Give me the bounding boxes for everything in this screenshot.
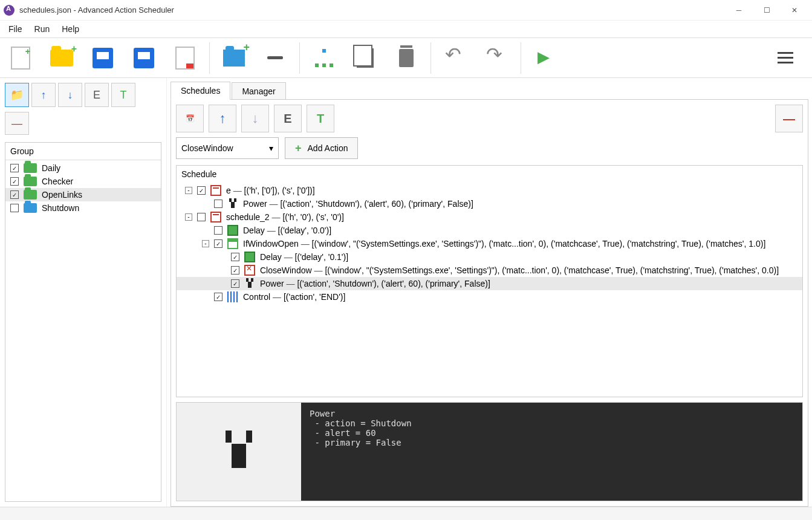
open-button[interactable] [44,43,80,73]
tab-schedules[interactable]: Schedules [171,82,230,100]
menu-run[interactable]: Run [28,22,56,36]
details-text: Power - action = Shutdown - alert = 60 -… [301,403,802,501]
save-button[interactable] [85,43,121,73]
folder-plus-icon: 📁 [10,88,24,102]
tree-spacer [202,227,209,234]
menu-file[interactable]: File [2,22,28,36]
window-controls: ─ ☐ ✕ [725,1,808,19]
play-icon [535,48,556,68]
tree-button[interactable] [306,43,342,73]
sidebar-up-button[interactable]: ↑ [31,83,56,107]
minimize-button[interactable]: ─ [725,1,753,19]
saveas-icon [134,48,154,68]
tree-row-text: schedule_2[('h', '0'), ('s', '0')] [226,212,344,222]
sidebar-down-button[interactable]: ↓ [58,83,82,107]
tree-row[interactable]: -IfWindowOpen[('window', "('SystemSettin… [177,237,802,250]
tree-spacer [202,293,209,301]
calendar-icon [210,212,221,223]
add-schedule-button[interactable] [216,43,252,73]
control-icon [227,291,238,302]
group-item-label: Daily [42,163,60,173]
group-item-label: OpenLinks [42,190,82,200]
checkbox[interactable] [214,293,222,301]
checkbox[interactable] [231,253,239,261]
tree-row[interactable]: Delay[('delay', '0.1')] [177,250,802,264]
checkbox[interactable] [214,239,222,248]
run-button[interactable] [527,43,564,73]
schedule-tree: -e[('h', ['0']), ('s', ['0'])]Power[('ac… [177,183,802,305]
checkbox[interactable] [197,213,206,221]
tree-row-text: Delay[('delay', '0.0')] [243,226,331,235]
tree-row[interactable]: Control[('action', 'END')] [177,290,802,304]
checkbox[interactable] [214,200,222,208]
save-icon [93,48,113,68]
group-item-checker[interactable]: Checker [5,175,161,188]
group-item-openlinks[interactable]: OpenLinks [5,188,161,201]
hamburger-icon [778,52,793,63]
checkbox[interactable] [10,204,19,212]
tree-toggle[interactable]: - [185,213,192,221]
tree-spacer [219,267,226,274]
checkbox[interactable] [197,186,206,195]
tree-row[interactable]: -schedule_2[('h', '0'), ('s', '0')] [177,210,802,224]
tree-icon [315,49,333,67]
tab-manager[interactable]: Manager [232,82,285,100]
tree-row[interactable]: -e[('h', ['0']), ('s', ['0'])] [177,184,802,197]
sch-up-button[interactable] [209,105,236,132]
group-item-daily[interactable]: Daily [5,161,161,175]
close-doc-button[interactable] [167,43,203,73]
tree-row[interactable]: Power[('action', 'Shutdown'), ('alert', … [177,197,802,210]
tree-row[interactable]: CloseWindow[('window', "('SystemSettings… [177,264,802,277]
saveas-button[interactable] [126,43,162,73]
copy-button[interactable] [347,43,383,73]
sidebar-t-button[interactable]: T [111,83,135,107]
action-select[interactable]: CloseWindow ▾ [176,137,279,159]
chevron-down-icon: ▾ [269,143,273,153]
action-select-value: CloseWindow [181,143,233,153]
sch-t-button[interactable]: T [307,105,334,132]
tree-toggle[interactable]: - [185,187,192,194]
sch-e-button[interactable]: E [274,105,302,132]
window-icon [227,238,238,249]
close-button[interactable]: ✕ [781,1,808,19]
checkbox[interactable] [10,177,19,186]
separator [209,42,210,74]
menu-button[interactable] [767,43,804,73]
sidebar: 📁 ↑ ↓ E T — Group DailyCheckerOpenLinksS… [0,78,167,507]
delete-button[interactable] [388,43,424,73]
new-button[interactable] [2,43,39,73]
checkbox[interactable] [10,190,19,199]
tree-row[interactable]: Delay[('delay', '0.0')] [177,224,802,237]
tree-toggle[interactable]: - [202,240,209,247]
tree-row[interactable]: Power[('action', 'Shutdown'), ('alert', … [177,277,802,290]
add-action-button[interactable]: + Add Action [285,137,358,159]
sidebar-e-button[interactable]: E [85,83,109,107]
schedule-toolbar: 📅 E T — [171,100,808,137]
sch-minus-button[interactable]: — [775,105,803,132]
checkbox[interactable] [10,164,19,172]
checkbox[interactable] [231,266,239,275]
sch-down-button[interactable] [241,105,269,132]
plus-icon: + [295,142,302,155]
group-list: DailyCheckerOpenLinksShutdown [5,160,161,216]
redo-icon [486,48,507,68]
remove-schedule-button[interactable] [257,43,293,73]
redo-button[interactable] [478,43,515,73]
sidebar-add-button[interactable]: 📁 [5,83,29,107]
sch-add-button[interactable]: 📅 [176,105,204,132]
e-icon: E [93,89,100,102]
checkbox[interactable] [214,226,222,235]
schedules-panel: 📅 E T — CloseWindow ▾ + Add Action Sched… [171,99,808,507]
new-doc-icon [11,47,30,70]
app-icon [4,5,15,16]
menu-help[interactable]: Help [56,22,85,36]
undo-button[interactable] [437,43,473,73]
sidebar-minus-button[interactable]: — [5,112,29,135]
copy-icon [357,48,374,68]
group-item-shutdown[interactable]: Shutdown [5,201,161,215]
maximize-button[interactable]: ☐ [753,1,781,19]
folder-icon [24,203,37,213]
group-panel: Group DailyCheckerOpenLinksShutdown [5,142,161,502]
checkbox[interactable] [231,279,239,288]
arrow-up-icon: ↑ [41,89,47,102]
